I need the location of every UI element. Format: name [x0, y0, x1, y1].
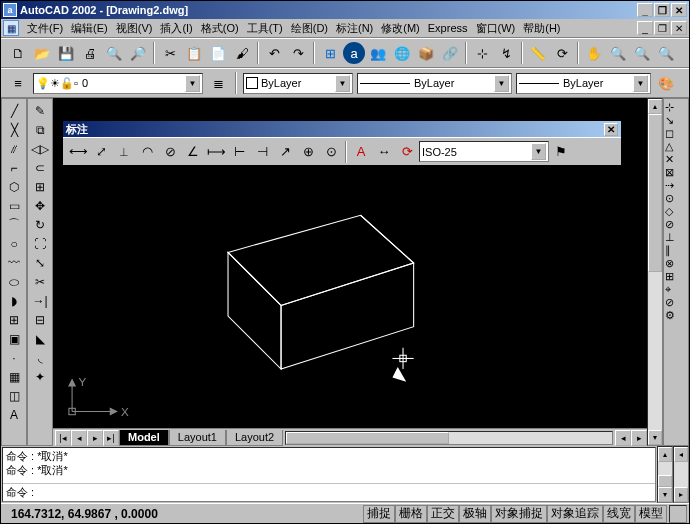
zoomprev-icon[interactable]: 🔍 — [631, 42, 653, 64]
rotate-icon[interactable]: ↻ — [29, 215, 51, 234]
autodesk-icon[interactable]: a — [343, 42, 365, 64]
circle-icon[interactable]: ○ — [3, 234, 25, 253]
etransmit-icon[interactable]: 📦 — [415, 42, 437, 64]
copy2-icon[interactable]: ⧉ — [29, 120, 51, 139]
ellipse-icon[interactable]: ⬭ — [3, 272, 25, 291]
fillet-icon[interactable]: ◟ — [29, 348, 51, 367]
nearest-icon[interactable]: ⌖ — [665, 283, 687, 296]
find-icon[interactable]: 🔎 — [127, 42, 149, 64]
dimaligned-icon[interactable]: ⤢ — [90, 141, 112, 163]
tolerance-icon[interactable]: ⊕ — [297, 141, 319, 163]
status-otrack[interactable]: 对象追踪 — [547, 505, 603, 523]
undo-icon[interactable]: ↶ — [263, 42, 285, 64]
move-icon[interactable]: ✥ — [29, 196, 51, 215]
trim-icon[interactable]: ✂ — [29, 272, 51, 291]
cmd-scrollbar[interactable]: ▴▾ — [657, 446, 673, 503]
hatch-icon[interactable]: ▦ — [3, 367, 25, 386]
command-input[interactable] — [34, 485, 652, 500]
tab-layout2[interactable]: Layout2 — [226, 430, 283, 446]
ucs-icon[interactable]: ↯ — [495, 42, 517, 64]
restore-button[interactable]: ❐ — [654, 3, 670, 17]
dimstyle-icon[interactable]: ⚑ — [550, 141, 572, 163]
cmd-scroll-left-icon[interactable]: ◂ — [674, 447, 688, 462]
lineweight-dropdown[interactable]: ByLayer ▼ — [516, 73, 651, 94]
arc-icon[interactable]: ⌒ — [3, 215, 25, 234]
new-icon[interactable]: 🗋 — [7, 42, 29, 64]
menu-draw[interactable]: 绘图(D) — [287, 20, 332, 37]
offset-icon[interactable]: ⊂ — [29, 158, 51, 177]
menu-view[interactable]: 视图(V) — [112, 20, 157, 37]
save-icon[interactable]: 💾 — [55, 42, 77, 64]
chamfer-icon[interactable]: ◣ — [29, 329, 51, 348]
cmd-scroll-right-icon[interactable]: ▸ — [674, 487, 688, 502]
tab-first-icon[interactable]: |◂ — [55, 430, 71, 446]
pline-icon[interactable]: ⌐ — [3, 158, 25, 177]
menu-format[interactable]: 格式(O) — [197, 20, 243, 37]
tab-model[interactable]: Model — [119, 430, 169, 446]
extend-icon[interactable]: →| — [29, 291, 51, 310]
dimedit-icon[interactable]: A — [350, 141, 372, 163]
center-icon[interactable]: ⊙ — [665, 192, 687, 205]
parallel-icon[interactable]: ∥ — [665, 244, 687, 257]
redo-icon[interactable]: ↷ — [287, 42, 309, 64]
scroll-down-icon[interactable]: ▾ — [648, 430, 662, 445]
menu-insert[interactable]: 插入(I) — [156, 20, 196, 37]
doc-restore-button[interactable]: ❐ — [654, 21, 670, 35]
ellipsearc-icon[interactable]: ◗ — [3, 291, 25, 310]
dimcenter-icon[interactable]: ⊙ — [320, 141, 342, 163]
qdim-icon[interactable]: ⟼ — [205, 141, 227, 163]
mtext-icon[interactable]: A — [3, 405, 25, 424]
status-model[interactable]: 模型 — [635, 505, 667, 523]
tangent-icon[interactable]: ⊘ — [665, 218, 687, 231]
from-icon[interactable]: ↘ — [665, 114, 687, 127]
mirror-icon[interactable]: ◁▷ — [29, 139, 51, 158]
status-lwt[interactable]: 线宽 — [603, 505, 635, 523]
menu-modify[interactable]: 修改(M) — [377, 20, 424, 37]
menu-express[interactable]: Express — [424, 21, 472, 35]
menu-tools[interactable]: 工具(T) — [243, 20, 287, 37]
dist-icon[interactable]: 📏 — [527, 42, 549, 64]
menu-edit[interactable]: 编辑(E) — [67, 20, 112, 37]
insert-icon[interactable]: ⊞ — [3, 310, 25, 329]
endpoint-icon[interactable]: ◻ — [665, 127, 687, 140]
menu-help[interactable]: 帮助(H) — [519, 20, 564, 37]
stretch-icon[interactable]: ⤡ — [29, 253, 51, 272]
dimordinate-icon[interactable]: ⟂ — [113, 141, 135, 163]
menu-dimension[interactable]: 标注(N) — [332, 20, 377, 37]
dimstyle-dropdown[interactable]: ISO-25 ▼ — [419, 141, 549, 162]
dimdiameter-icon[interactable]: ⊘ — [159, 141, 181, 163]
chevron-down-icon[interactable]: ▼ — [531, 143, 546, 160]
float-close-icon[interactable]: ✕ — [604, 123, 618, 136]
status-polar[interactable]: 极轴 — [459, 505, 491, 523]
doc-icon[interactable]: ▦ — [3, 20, 19, 36]
tab-last-icon[interactable]: ▸| — [103, 430, 119, 446]
redraw-icon[interactable]: ⟳ — [551, 42, 573, 64]
hyperlink-icon[interactable]: 🔗 — [439, 42, 461, 64]
dimradius-icon[interactable]: ◠ — [136, 141, 158, 163]
chevron-down-icon[interactable]: ▼ — [335, 75, 350, 92]
tab-prev-icon[interactable]: ◂ — [71, 430, 87, 446]
mline-icon[interactable]: ⫽ — [3, 139, 25, 158]
vertical-scrollbar[interactable]: ▴ ▾ — [647, 98, 663, 446]
chevron-down-icon[interactable]: ▼ — [185, 75, 200, 92]
qleader-icon[interactable]: ↗ — [274, 141, 296, 163]
break-icon[interactable]: ⊟ — [29, 310, 51, 329]
rectangle-icon[interactable]: ▭ — [3, 196, 25, 215]
open-icon[interactable]: 📂 — [31, 42, 53, 64]
osettings-icon[interactable]: ⚙ — [665, 309, 687, 322]
plotstyle-icon[interactable]: 🎨 — [655, 72, 677, 94]
point-icon[interactable]: · — [3, 348, 25, 367]
none-icon[interactable]: ⊘ — [665, 296, 687, 309]
color-dropdown[interactable]: ByLayer ▼ — [243, 73, 353, 94]
layers-icon[interactable]: ≡ — [7, 72, 29, 94]
menu-window[interactable]: 窗口(W) — [472, 20, 520, 37]
region-icon[interactable]: ◫ — [3, 386, 25, 405]
node-icon[interactable]: ⊗ — [665, 257, 687, 270]
polygon-icon[interactable]: ⬡ — [3, 177, 25, 196]
xline-icon[interactable]: ╳ — [3, 120, 25, 139]
copy-icon[interactable]: 📋 — [183, 42, 205, 64]
status-snap[interactable]: 捕捉 — [363, 505, 395, 523]
zoom-icon[interactable]: 🔍 — [607, 42, 629, 64]
status-ortho[interactable]: 正交 — [427, 505, 459, 523]
extension-icon[interactable]: ⇢ — [665, 179, 687, 192]
